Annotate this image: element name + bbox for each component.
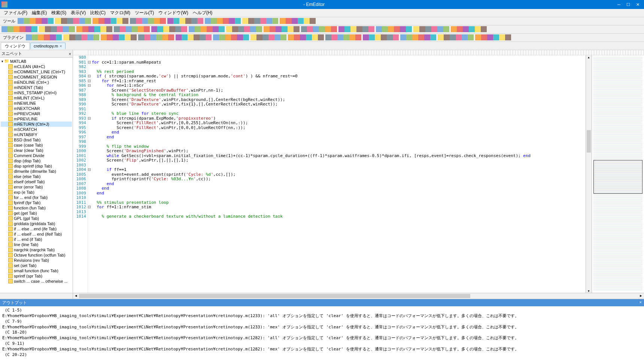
toolbar-button[interactable] <box>44 34 50 40</box>
fold-icon[interactable]: − <box>88 61 91 64</box>
snippet-item[interactable]: Revisions (rev Tab) <box>1 258 72 263</box>
toolbar-button[interactable] <box>88 26 94 32</box>
snippet-item[interactable]: mCOMMENT_LINE (Ctrl+T) <box>1 69 72 74</box>
menu-item[interactable]: ファイル(F) <box>1 9 30 17</box>
toolbar-button[interactable] <box>136 18 142 24</box>
toolbar-button[interactable] <box>270 26 276 32</box>
snippet-item[interactable]: exp (e Tab) <box>1 190 72 195</box>
toolbar-button[interactable] <box>264 26 270 32</box>
snippet-item[interactable]: Comment Divide <box>1 153 72 158</box>
toolbar-button[interactable] <box>487 34 493 40</box>
toolbar-button[interactable] <box>169 26 175 32</box>
hscroll-thumb[interactable] <box>79 294 470 298</box>
toolbar-button[interactable] <box>276 26 282 32</box>
file-tab[interactable]: cretinotopy.m × <box>30 43 66 49</box>
menu-item[interactable]: ヘルプ(H) <box>191 9 215 17</box>
scroll-right-icon[interactable]: ▸ <box>638 293 644 299</box>
snippet-item[interactable]: Octave function (octfun Tab) <box>1 252 72 258</box>
toolbar-button[interactable] <box>237 34 243 40</box>
toolbar-button[interactable] <box>191 18 197 24</box>
snippet-item[interactable]: disp sprintf (dsp Tab) <box>1 163 72 169</box>
tree-root[interactable]: 📁MATLAB <box>1 58 72 64</box>
toolbar-button[interactable] <box>362 26 368 32</box>
toolbar-button[interactable] <box>256 34 262 40</box>
toolbar-button[interactable] <box>104 18 110 24</box>
toolbar-button[interactable] <box>244 26 250 32</box>
toolbar-button[interactable] <box>254 18 260 24</box>
snippet-item[interactable]: clear (clear Tab) <box>1 148 72 153</box>
fold-icon[interactable]: − <box>88 168 91 171</box>
toolbar-button[interactable] <box>250 34 256 40</box>
toolbar-button[interactable] <box>26 34 32 40</box>
toolbar-button[interactable] <box>75 34 81 40</box>
toolbar-button[interactable] <box>119 34 125 40</box>
toolbar-button[interactable] <box>268 34 274 40</box>
toolbar-button[interactable] <box>280 18 286 24</box>
toolbar-button[interactable] <box>481 34 487 40</box>
toolbar-button[interactable] <box>30 18 36 24</box>
toolbar-button[interactable] <box>25 26 31 32</box>
snippet-item[interactable]: mNEXTCHAR <box>1 106 72 111</box>
fold-icon[interactable]: − <box>88 117 91 120</box>
menu-item[interactable]: マクロ(M) <box>108 9 133 17</box>
toolbar-button[interactable] <box>431 26 437 32</box>
toolbar-button[interactable] <box>425 26 431 32</box>
toolbar-button[interactable] <box>475 34 481 40</box>
editor-vscroll[interactable]: ▴ ▾ <box>586 55 592 293</box>
tree-hscroll[interactable] <box>0 293 73 299</box>
toolbar-button[interactable] <box>406 26 412 32</box>
toolbar-button[interactable] <box>286 18 292 24</box>
toolbar-button[interactable] <box>219 34 225 40</box>
toolbar-button[interactable] <box>217 18 223 24</box>
toolbar-button[interactable] <box>368 26 374 32</box>
toolbar-button[interactable] <box>350 26 356 32</box>
toolbar-button[interactable] <box>154 18 160 24</box>
toolbar-button[interactable] <box>394 26 400 32</box>
toolbar-button[interactable] <box>144 34 150 40</box>
toolbar-button[interactable] <box>162 34 168 40</box>
toolbar-button[interactable] <box>451 26 457 32</box>
toolbar-button[interactable] <box>424 34 430 40</box>
snippet-item[interactable]: if ... else ...end (ife Tab) <box>1 226 72 231</box>
toolbar-button[interactable] <box>292 18 298 24</box>
toolbar-button[interactable] <box>179 18 185 24</box>
snippet-item[interactable]: BSD (bsd Tab) <box>1 137 72 142</box>
menu-item[interactable]: 編集(E) <box>30 9 49 17</box>
toolbar-button[interactable] <box>444 34 450 40</box>
snippet-item[interactable]: switch ... case ... otherwise ... <box>1 279 72 284</box>
toolbar-button[interactable] <box>418 34 424 40</box>
toolbar-button[interactable] <box>205 18 211 24</box>
snippet-item[interactable]: GPL (gpl Tab) <box>1 216 72 221</box>
snippet-item[interactable]: function (fun Tab) <box>1 205 72 211</box>
snippet-item[interactable]: sprintf (spr Tab) <box>1 273 72 279</box>
toolbar-button[interactable] <box>288 34 294 40</box>
toolbar-button[interactable] <box>148 18 154 24</box>
toolbar-button[interactable] <box>493 34 499 40</box>
toolbar-button[interactable] <box>56 34 62 40</box>
vscroll-thumb[interactable] <box>587 130 591 153</box>
toolbar-button[interactable] <box>138 26 144 32</box>
toolbar-button[interactable] <box>462 34 468 40</box>
toolbar-button[interactable] <box>182 34 188 40</box>
toolbar-button[interactable] <box>142 18 148 24</box>
toolbar-button[interactable] <box>114 26 120 32</box>
toolbar-button[interactable] <box>413 26 419 32</box>
toolbar-button[interactable] <box>211 18 217 24</box>
snippet-item[interactable]: elseif (elseif Tab) <box>1 179 72 184</box>
toolbar-button[interactable] <box>419 26 425 32</box>
scroll-left-icon[interactable]: ◂ <box>73 293 79 299</box>
toolbar-button[interactable] <box>229 18 235 24</box>
toolbar-button[interactable] <box>69 34 75 40</box>
window-tab[interactable]: ウィンドウ <box>1 42 30 50</box>
toolbar-button[interactable] <box>219 26 225 32</box>
toolbar-button[interactable] <box>463 26 469 32</box>
toolbar-button[interactable] <box>349 34 355 40</box>
snippet-item[interactable]: mCOMMENT_REGION <box>1 74 72 80</box>
toolbar-button[interactable] <box>468 34 474 40</box>
toolbar-button[interactable] <box>382 26 388 32</box>
toolbar-button[interactable] <box>156 34 162 40</box>
snippet-close-icon[interactable]: × <box>69 52 71 56</box>
toolbar-button[interactable] <box>201 26 207 32</box>
toolbar-button[interactable] <box>243 34 249 40</box>
toolbar-button[interactable] <box>274 34 280 40</box>
